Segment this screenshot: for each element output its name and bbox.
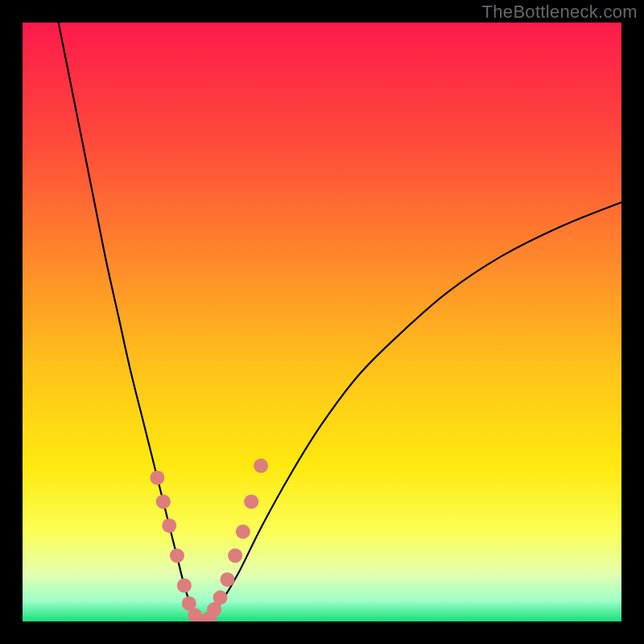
highlight-dot <box>162 518 176 533</box>
highlight-dot <box>244 494 258 509</box>
highlight-dot <box>254 459 268 473</box>
highlight-dot <box>213 590 228 605</box>
plot-area <box>23 23 621 621</box>
highlight-dot-group <box>150 459 268 621</box>
watermark-text: TheBottleneck.com <box>482 2 638 23</box>
highlight-dot <box>228 548 242 563</box>
chart-stage: TheBottleneck.com <box>0 0 644 644</box>
highlight-dot <box>220 572 234 587</box>
highlight-dot <box>170 548 184 563</box>
highlight-dot <box>177 578 192 592</box>
chart-svg <box>23 23 621 621</box>
bottleneck-curve <box>59 23 621 621</box>
highlight-dot <box>150 470 164 485</box>
highlight-dot <box>156 494 171 509</box>
highlight-dot <box>236 524 250 539</box>
